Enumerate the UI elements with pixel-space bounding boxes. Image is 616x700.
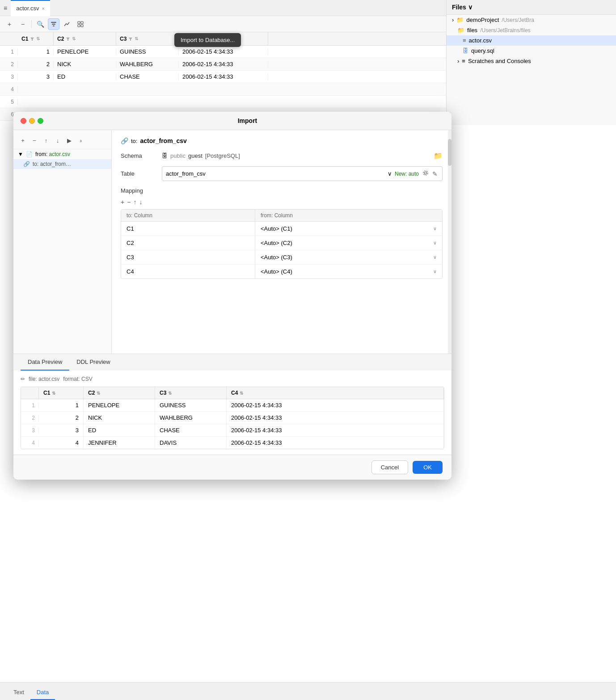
sidebar-expand-arrow: ▼ [18, 151, 23, 157]
mapping-row-c1: C1 <Auto> (C1) ∨ [121, 222, 442, 236]
svg-rect-2 [53, 25, 55, 26]
edit-pencil-icon: ✏ [21, 376, 25, 382]
modal-scrollbar[interactable] [448, 130, 451, 354]
mapping-table: to: Column from: Column C1 <Auto> (C1) ∨… [121, 209, 443, 279]
schema-value: 🗄 public guest [PostgreSQL] [162, 152, 240, 159]
sidebar-remove-button[interactable]: − [30, 135, 39, 145]
tab-ddl-preview[interactable]: DDL Preview [69, 354, 117, 371]
tab-close-button[interactable]: × [42, 6, 44, 11]
mapping-remove-button[interactable]: − [127, 198, 131, 206]
file-tree-item-scratches[interactable]: › ≡ Scratches and Consoles [447, 56, 616, 66]
expand-arrow: › [452, 17, 454, 23]
table-field[interactable]: actor_from_csv ∨ New: auto ✎ [162, 166, 443, 181]
mapping-to-c3: C3 [121, 250, 255, 264]
modal-titlebar: Import [13, 112, 451, 130]
svg-marker-14 [66, 38, 70, 41]
sort-icon-c2: ⇅ [97, 391, 100, 396]
tab-actor-csv[interactable]: actor.csv × [11, 0, 50, 16]
svg-rect-5 [78, 25, 80, 27]
col-header-c2[interactable]: C2 ⇅ [54, 32, 116, 45]
mapping-from-header: from: Column [255, 210, 442, 221]
file-tree-item-files[interactable]: 📁 files /Users/JetBrains/files [447, 25, 616, 35]
mapping-add-button[interactable]: + [121, 198, 124, 206]
filter-icon-c3 [128, 37, 133, 41]
preview-col-c3[interactable]: C3 ⇅ [155, 387, 227, 399]
schema-label: Schema [121, 152, 156, 159]
mapping-from-c2[interactable]: <Auto> (C2) ∨ [255, 236, 442, 250]
sidebar-up-button[interactable]: ↑ [41, 135, 51, 145]
scratches-icon: ≡ [462, 58, 465, 64]
file-label: Scratches and Consoles [468, 58, 531, 64]
mapping-to-c2: C2 [121, 236, 255, 250]
sort-icon-c4: ⇅ [240, 391, 243, 396]
sidebar-down-button[interactable]: ↓ [53, 135, 63, 145]
hamburger-icon: ≡ [4, 4, 7, 12]
schema-postgres: [PostgreSQL] [205, 152, 240, 159]
mapping-toolbar: + − ↑ ↓ [121, 198, 443, 206]
search-button[interactable]: 🔍 [34, 18, 46, 30]
sidebar-run-button[interactable]: ▶ [64, 135, 74, 145]
mapping-to-c1: C1 [121, 222, 255, 236]
svg-point-17 [423, 171, 428, 175]
schema-folder-button[interactable]: 📁 [434, 152, 443, 160]
files-dropdown-icon[interactable]: ∨ [468, 4, 473, 11]
tab-text[interactable]: Text [7, 685, 30, 700]
tab-label: actor.csv [16, 5, 39, 12]
files-panel-header: Files ∨ [447, 0, 616, 15]
table-row-form: Table actor_from_csv ∨ New: auto [121, 166, 443, 181]
import-tooltip: Import to Database... [174, 33, 241, 47]
col-header-c3[interactable]: C3 ⇅ [116, 32, 179, 45]
remove-row-button[interactable]: − [17, 18, 29, 30]
file-tree-item-query-sql[interactable]: 🗄 query.sql [447, 46, 616, 56]
sort-icon-c3: ⇅ [168, 391, 172, 396]
mapping-from-c1[interactable]: <Auto> (C1) ∨ [255, 222, 442, 236]
data-preview-section: ✏ file: actor.csv format: CSV C1 ⇅ C2 ⇅ [13, 371, 451, 455]
preview-row-4: 4 4 JENNIFER DAVIS 2006-02-15 4:34:33 [21, 437, 444, 449]
cancel-button[interactable]: Cancel [371, 460, 408, 474]
maximize-window-button[interactable] [38, 118, 43, 124]
modal-tabs: Data Preview DDL Preview [13, 354, 451, 371]
table-dropdown-icon[interactable]: ∨ [388, 170, 392, 177]
mapping-down-button[interactable]: ↓ [139, 198, 142, 206]
target-name: actor_from_csv [140, 137, 186, 144]
table-settings-button[interactable] [422, 169, 430, 178]
sidebar-add-button[interactable]: + [18, 135, 28, 145]
preview-col-c2[interactable]: C2 ⇅ [84, 387, 155, 399]
preview-row-2: 2 2 NICK WAHLBERG 2006-02-15 4:34:33 [21, 412, 444, 424]
folder-icon: 📁 [457, 27, 464, 34]
minimize-window-button[interactable] [29, 118, 35, 124]
mapping-up-button[interactable]: ↑ [133, 198, 136, 206]
mapping-from-c4[interactable]: <Auto> (C4) ∨ [255, 265, 442, 278]
file-path: /Users/JetBra [502, 17, 534, 23]
close-window-button[interactable] [21, 118, 26, 124]
preview-col-c1[interactable]: C1 ⇅ [39, 387, 84, 399]
sidebar-item-source[interactable]: ▼ 📄 from: actor.csv [13, 149, 111, 159]
grid-view-button[interactable] [75, 18, 86, 30]
table-field-value: actor_from_csv [166, 170, 385, 177]
mapping-from-c3[interactable]: <Auto> (C3) ∨ [255, 250, 442, 264]
filter-icon-c1 [30, 37, 34, 41]
tab-data[interactable]: Data [30, 685, 55, 700]
chart-button[interactable] [61, 18, 73, 30]
file-tree-item-demoproject[interactable]: › 📁 demoProject /Users/JetBra [447, 15, 616, 25]
table-edit-button[interactable]: ✎ [431, 169, 439, 178]
filter-button[interactable] [48, 18, 59, 30]
schema-guest: guest [188, 152, 203, 159]
svg-rect-0 [51, 22, 56, 23]
add-row-button[interactable]: + [4, 18, 15, 30]
target-link-icon: 🔗 [121, 137, 128, 144]
schema-row: Schema 🗄 public guest [PostgreSQL] 📁 [121, 152, 443, 160]
filter-icon [50, 21, 57, 28]
col-header-c1[interactable]: C1 ⇅ [18, 32, 54, 45]
file-tree-item-actor-csv[interactable]: ≡ actor.csv [447, 35, 616, 46]
tab-data-preview[interactable]: Data Preview [21, 354, 69, 371]
preview-row-3: 3 3 ED CHASE 2006-02-15 4:34:33 [21, 424, 444, 437]
mapping-row-c4: C4 <Auto> (C4) ∨ [121, 265, 442, 278]
mapping-label: Mapping [121, 187, 443, 194]
sidebar-expand-button[interactable]: › [76, 135, 86, 145]
preview-col-c4[interactable]: C4 ⇅ [227, 387, 444, 399]
preview-format-label: format: CSV [63, 376, 92, 382]
file-label: query.sql [471, 47, 494, 54]
ok-button[interactable]: OK [413, 461, 443, 474]
sidebar-item-target[interactable]: 🔗 to: actor_from… [13, 159, 111, 169]
